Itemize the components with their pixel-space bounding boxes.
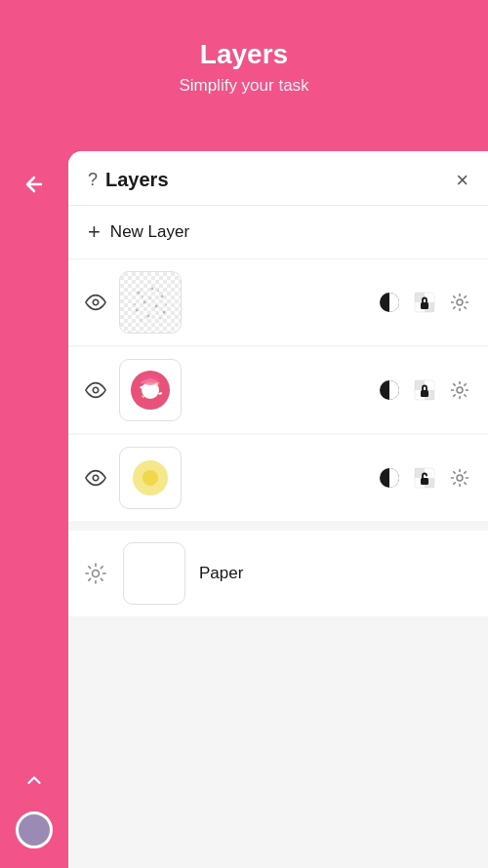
paper-thumbnail xyxy=(123,542,185,605)
svg-point-15 xyxy=(140,319,142,321)
panel-header: ? Layers × xyxy=(68,151,488,206)
svg-point-35 xyxy=(457,387,463,393)
svg-point-21 xyxy=(457,299,463,305)
svg-point-5 xyxy=(155,305,158,308)
visibility-toggle-3[interactable] xyxy=(82,464,109,492)
panel-title: Layers xyxy=(105,169,169,191)
svg-point-9 xyxy=(142,296,143,297)
svg-point-10 xyxy=(157,290,159,292)
svg-point-44 xyxy=(457,475,463,481)
close-button[interactable]: × xyxy=(456,170,468,191)
app-container: ? Layers × + New Layer xyxy=(0,151,488,868)
layer-list xyxy=(68,259,488,523)
svg-point-22 xyxy=(93,387,99,393)
new-layer-label: New Layer xyxy=(110,222,189,242)
svg-point-3 xyxy=(161,296,164,298)
layer-controls-2 xyxy=(375,375,474,405)
svg-point-4 xyxy=(143,301,146,304)
layer-thumbnail-3 xyxy=(119,447,182,509)
new-layer-button[interactable]: + New Layer xyxy=(68,206,488,259)
svg-rect-20 xyxy=(421,302,428,309)
paper-row: Paper xyxy=(68,531,488,616)
svg-point-6 xyxy=(136,309,139,312)
main-panel: ? Layers × + New Layer xyxy=(68,151,488,868)
svg-point-2 xyxy=(151,288,154,291)
svg-point-7 xyxy=(163,311,166,314)
lock-button-1[interactable] xyxy=(410,288,439,317)
add-icon: + xyxy=(88,221,101,243)
layer-controls-1 xyxy=(375,288,474,317)
lock-button-2[interactable] xyxy=(410,375,439,405)
page-subtitle: Simplify your task xyxy=(20,76,468,96)
blend-mode-button-2[interactable] xyxy=(375,375,404,405)
layer-controls-3 xyxy=(375,463,474,493)
collapse-button[interactable] xyxy=(19,765,50,796)
svg-point-14 xyxy=(159,317,161,319)
panel-title-group: ? Layers xyxy=(88,169,169,191)
sidebar-strip xyxy=(0,151,68,868)
svg-point-1 xyxy=(138,292,141,295)
svg-rect-34 xyxy=(421,390,428,397)
svg-point-45 xyxy=(93,571,100,577)
table-row xyxy=(68,435,488,521)
settings-button-3[interactable] xyxy=(445,463,474,493)
settings-button-1[interactable] xyxy=(445,288,474,317)
page-title: Layers xyxy=(20,39,468,70)
visibility-toggle-1[interactable] xyxy=(82,289,109,316)
svg-point-0 xyxy=(93,299,99,305)
svg-point-38 xyxy=(142,470,158,486)
visibility-toggle-2[interactable] xyxy=(82,376,109,404)
table-row xyxy=(68,259,488,345)
svg-point-13 xyxy=(165,303,167,305)
svg-point-8 xyxy=(147,315,150,318)
help-button[interactable]: ? xyxy=(88,170,98,190)
svg-point-11 xyxy=(149,297,151,299)
settings-button-2[interactable] xyxy=(445,375,474,405)
panel-content: + New Layer xyxy=(68,206,488,862)
svg-rect-43 xyxy=(421,478,428,485)
svg-point-12 xyxy=(134,303,136,305)
paper-settings-button[interactable] xyxy=(82,560,109,587)
back-button[interactable] xyxy=(19,169,50,200)
paper-label: Paper xyxy=(199,564,243,583)
color-swatch[interactable] xyxy=(16,811,53,848)
lock-button-3[interactable] xyxy=(410,463,439,493)
blend-mode-button-3[interactable] xyxy=(375,463,404,493)
header-section: Layers Simplify your task xyxy=(0,0,488,125)
layer-thumbnail-2 xyxy=(119,359,182,421)
table-row xyxy=(68,347,488,433)
svg-point-36 xyxy=(93,475,99,481)
layer-thumbnail-1 xyxy=(119,271,182,334)
blend-mode-button-1[interactable] xyxy=(375,288,404,317)
